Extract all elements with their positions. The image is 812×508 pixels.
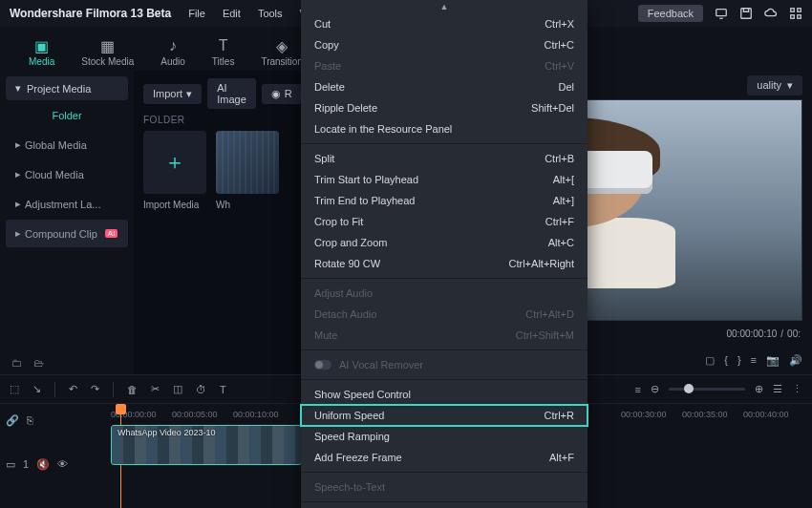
select-tool-icon[interactable]: ⬚ bbox=[10, 383, 19, 395]
attach-icon[interactable]: ⎘ bbox=[27, 414, 33, 426]
ctx-locate-in-the-resource-panel[interactable]: Locate in the Resource Panel bbox=[301, 118, 588, 139]
ctx-ai-vocal-remover: AI Vocal Remover bbox=[301, 354, 588, 375]
redo-icon[interactable]: ↷ bbox=[91, 383, 99, 395]
crop-icon[interactable]: ◫ bbox=[173, 383, 182, 395]
audio-toggle-icon[interactable]: ≡ bbox=[635, 384, 641, 395]
ctx-split[interactable]: SplitCtrl+B bbox=[301, 148, 588, 169]
tab-stock-media[interactable]: ▦Stock Media bbox=[81, 37, 134, 67]
ai-image-button[interactable]: AI Image bbox=[207, 78, 256, 109]
import-dropdown[interactable]: Import ▾ bbox=[143, 84, 202, 104]
folder-tab[interactable]: Folder bbox=[6, 100, 128, 131]
frame-icon[interactable]: ▢ bbox=[705, 354, 715, 367]
cloud-icon[interactable] bbox=[764, 7, 778, 20]
ctx-speed-ramping[interactable]: Speed Ramping bbox=[301, 426, 588, 447]
link-icon[interactable]: 🔗 bbox=[6, 414, 19, 427]
scroll-up-icon[interactable]: ▲ bbox=[301, 0, 588, 13]
delete-icon[interactable]: 🗑 bbox=[127, 384, 138, 395]
chevron-right-icon: ▸ bbox=[15, 227, 21, 240]
menu-file[interactable]: File bbox=[188, 8, 205, 19]
video-clip[interactable]: WhatsApp Video 2023-10 ✂ bbox=[111, 425, 302, 465]
svg-rect-5 bbox=[798, 15, 801, 19]
media-browser: Import ▾ AI Image ◉ R FOLDER ＋ Import Me… bbox=[134, 71, 306, 374]
record-button[interactable]: ◉ R bbox=[262, 84, 302, 104]
save-icon[interactable] bbox=[739, 7, 753, 20]
svg-rect-4 bbox=[791, 15, 795, 19]
total-time: 00: bbox=[787, 328, 801, 339]
app-title: Wondershare Filmora 13 Beta bbox=[10, 7, 171, 20]
ctx-crop-to-fit[interactable]: Crop to FitCtrl+F bbox=[301, 211, 588, 232]
feedback-button[interactable]: Feedback bbox=[638, 5, 703, 22]
zoom-out-icon[interactable]: ⊖ bbox=[651, 383, 659, 395]
settings-icon[interactable]: ⋮ bbox=[792, 383, 802, 395]
tab-media[interactable]: ▣Media bbox=[29, 37, 54, 67]
import-media-tile[interactable]: ＋ Import Media bbox=[143, 131, 206, 210]
layers-icon[interactable]: ≡ bbox=[751, 354, 757, 366]
volume-icon[interactable]: 🔊 bbox=[789, 354, 802, 367]
sidebar-item-cloud[interactable]: ▸Cloud Media bbox=[6, 160, 128, 188]
svg-rect-0 bbox=[716, 10, 727, 16]
quality-dropdown[interactable]: uality ▾ bbox=[747, 75, 802, 95]
sidebar-item-compound[interactable]: ▸Compound ClipAI bbox=[6, 220, 128, 247]
sidebar-item-adjustment[interactable]: ▸Adjustment La... bbox=[6, 190, 128, 218]
speed-icon[interactable]: ⏱ bbox=[196, 384, 206, 395]
titles-icon: T bbox=[219, 37, 228, 54]
folder-add-icon[interactable]: 🗀 bbox=[11, 357, 22, 369]
ctx-ripple-delete[interactable]: Ripple DeleteShift+Del bbox=[301, 97, 588, 118]
chevron-down-icon: ▾ bbox=[787, 79, 793, 92]
ctx-trim-start-to-playhead[interactable]: Trim Start to PlayheadAlt+[ bbox=[301, 169, 588, 190]
tab-audio[interactable]: ♪Audio bbox=[160, 37, 185, 67]
bracket-open-icon[interactable]: { bbox=[724, 354, 728, 366]
bracket-close-icon[interactable]: } bbox=[737, 354, 741, 366]
sidebar-item-global[interactable]: ▸Global Media bbox=[6, 131, 128, 159]
ctx-trim-end-to-playhead[interactable]: Trim End to PlayheadAlt+] bbox=[301, 190, 588, 211]
ctx-paste: PasteCtrl+V bbox=[301, 55, 588, 76]
ctx-speech-to-text: Speech-to-Text bbox=[301, 476, 588, 497]
chevron-right-icon: ▸ bbox=[15, 198, 21, 210]
ai-badge: AI bbox=[105, 229, 118, 238]
pointer-icon[interactable]: ↘ bbox=[32, 383, 41, 395]
camera-icon[interactable]: 📷 bbox=[766, 354, 780, 367]
visibility-icon[interactable]: 👁 bbox=[57, 458, 68, 470]
chevron-right-icon: ▸ bbox=[15, 138, 21, 151]
plus-icon: ＋ bbox=[164, 148, 185, 177]
folder-open-icon[interactable]: 🗁 bbox=[33, 357, 44, 369]
ctx-delete[interactable]: DeleteDel bbox=[301, 76, 588, 97]
track-header: ▭ 1 🔇 👁 bbox=[6, 452, 99, 476]
ctx-mute: MuteCtrl+Shift+M bbox=[301, 325, 588, 346]
tab-titles[interactable]: TTitles bbox=[212, 37, 235, 67]
context-menu: ▲ CutCtrl+XCopyCtrl+CPasteCtrl+VDeleteDe… bbox=[301, 0, 588, 508]
ctx-add-freeze-frame[interactable]: Add Freeze FrameAlt+F bbox=[301, 447, 588, 468]
mute-icon[interactable]: 🔇 bbox=[36, 458, 50, 471]
clip-cut-icon[interactable]: ✂ bbox=[119, 464, 133, 465]
ctx-uniform-speed[interactable]: Uniform SpeedCtrl+R bbox=[301, 405, 588, 426]
cut-icon[interactable]: ✂ bbox=[151, 383, 160, 395]
svg-rect-1 bbox=[741, 9, 752, 19]
tab-transition[interactable]: ◈Transition bbox=[261, 37, 303, 67]
undo-icon[interactable]: ↶ bbox=[69, 383, 77, 395]
menu-edit[interactable]: Edit bbox=[223, 8, 241, 19]
video-track-icon[interactable]: ▭ bbox=[6, 458, 15, 471]
zoom-slider[interactable] bbox=[669, 388, 745, 391]
ctx-crop-and-zoom[interactable]: Crop and ZoomAlt+C bbox=[301, 232, 588, 253]
media-icon: ▣ bbox=[34, 37, 49, 54]
ctx-copy[interactable]: CopyCtrl+C bbox=[301, 34, 588, 55]
ctx-rotate-90-cw[interactable]: Rotate 90 CWCtrl+Alt+Right bbox=[301, 253, 588, 274]
menu-tools[interactable]: Tools bbox=[258, 8, 283, 19]
chevron-down-icon: ▾ bbox=[186, 88, 192, 100]
grid-icon[interactable] bbox=[789, 7, 802, 20]
list-icon[interactable]: ☰ bbox=[773, 383, 782, 395]
svg-rect-3 bbox=[798, 9, 801, 12]
transition-icon: ◈ bbox=[276, 37, 288, 54]
ctx-adjust-audio: Adjust Audio bbox=[301, 283, 588, 304]
sidebar-header[interactable]: ▾Project Media bbox=[6, 76, 128, 100]
monitor-icon[interactable] bbox=[715, 7, 728, 20]
audio-icon: ♪ bbox=[169, 37, 177, 54]
media-clip-tile[interactable]: Wh bbox=[216, 131, 279, 210]
ctx-show-speed-control[interactable]: Show Speed Control bbox=[301, 384, 588, 405]
chevron-down-icon: ▾ bbox=[15, 82, 21, 95]
ctx-cut[interactable]: CutCtrl+X bbox=[301, 13, 588, 34]
zoom-in-icon[interactable]: ⊕ bbox=[755, 383, 763, 395]
media-sidebar: ▾Project Media Folder ▸Global Media ▸Clo… bbox=[0, 71, 134, 374]
current-time: 00:00:00:10 bbox=[726, 328, 777, 339]
text-icon[interactable]: T bbox=[220, 384, 226, 395]
